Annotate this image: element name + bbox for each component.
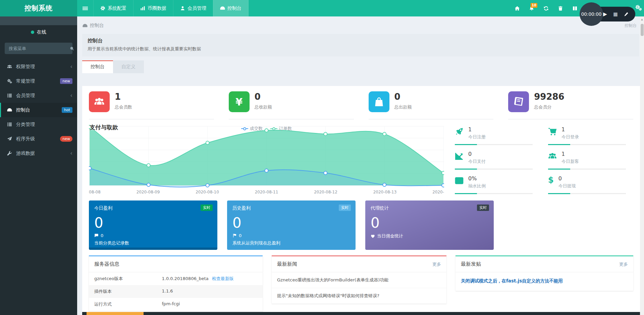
mini-stat-label: 今日登录 — [561, 134, 579, 140]
sidebar-item-upgrade[interactable]: 程序升级 new — [0, 132, 77, 146]
mini-stat-label: 今日提现 — [558, 183, 576, 189]
payments-chart-svg — [89, 125, 444, 187]
stat-value: 1 — [115, 92, 132, 102]
mini-stat-login-today: 1今日登录 — [548, 125, 633, 145]
post-link[interactable]: 关闭调试模式之后，在fast.js自定义的方法不能用 — [455, 272, 633, 291]
highlight-panels-row: 今日盈利 实时 0 0 当前分类总记录数 历史盈利 实时 0 0 系统从运营到现… — [82, 196, 640, 250]
mini-stat-pay-today: 0今日支付 — [455, 149, 540, 170]
x-axis-tick-label: 2020-08-12 — [314, 190, 337, 194]
server-info-panel: 服务器信息 gznetceo版本 1.0.0.20180806_beta检查最新… — [89, 256, 263, 315]
stat-label: 总会员数 — [115, 104, 132, 110]
stat-value: 0 — [255, 92, 272, 102]
panel-sub-label: 系统从运营到现在总盈利 — [232, 240, 350, 246]
breadcrumb-row: 控制台 控制台 — [77, 16, 644, 34]
panel-today-profit: 今日盈利 实时 0 0 当前分类总记录数 — [89, 200, 217, 250]
panel-title: 代理统计 — [371, 205, 488, 211]
bottom-panels-row: 服务器信息 gznetceo版本 1.0.0.20180806_beta检查最新… — [82, 250, 640, 315]
x-axis-tick-label: 2020-08-09 — [137, 190, 160, 194]
panel-title: 今日盈利 — [94, 205, 212, 211]
mini-stat-value: 0 — [468, 151, 486, 157]
sidebar-item-dashboard[interactable]: 控制台 hot — [0, 103, 77, 117]
nav-item-member-mgmt[interactable]: 会员管理 — [173, 0, 213, 16]
play-icon[interactable]: ▶ — [603, 11, 607, 17]
nav-item-system-config[interactable]: 系统配置 — [93, 0, 133, 16]
book-icon[interactable] — [572, 6, 578, 11]
nav-item-label: 会员管理 — [187, 5, 206, 11]
page-header: 控制台 用于展示当前系统中的统计数据、统计报表及重要实时数据 — [82, 34, 639, 56]
home-icon[interactable] — [515, 6, 520, 11]
vertical-scrollbar[interactable]: ▲ — [640, 16, 644, 315]
table-row: 运行方式fpm-fcgi — [89, 298, 263, 311]
sidebar-item-permissions[interactable]: 权限管理 ‹ — [0, 59, 77, 74]
sidebar-item-categories[interactable]: 分类管理 — [0, 117, 77, 132]
app-title: 控制系统 — [0, 0, 77, 16]
breadcrumb-label: 控制台 — [90, 22, 104, 29]
new-badge: new — [60, 78, 72, 84]
search-icon[interactable] — [70, 46, 78, 51]
online-status: 在线 — [0, 25, 77, 39]
table-icon — [455, 176, 464, 185]
page-subtitle: 用于展示当前系统中的统计数据、统计报表及重要实时数据 — [88, 46, 634, 52]
legend-item[interactable]: 成交数 — [241, 126, 263, 132]
latest-news-panel: 最新新闻 更多 Gznetceo重磅推出强大的FormBuilder(表单生成器… — [272, 256, 446, 304]
panel-sub-value: 0 — [101, 233, 103, 238]
timer-widget: ▶ ■ 00:00:00 — [580, 2, 635, 26]
mini-stat-new-customers: 1今日新客 — [548, 149, 633, 170]
panel-value: 0 — [94, 216, 212, 230]
panel-sub-value: 0 — [239, 233, 241, 238]
pencil-icon[interactable] — [624, 12, 629, 16]
nav-item-label: 币圈数据 — [148, 5, 166, 11]
check-latest-link[interactable]: 检查最新版 — [212, 276, 234, 281]
more-link[interactable]: 更多 — [619, 261, 628, 267]
trash-icon[interactable] — [558, 6, 563, 11]
bottom-orange-segment — [87, 312, 144, 315]
online-dot-icon — [31, 31, 34, 34]
stop-icon[interactable]: ■ — [613, 11, 618, 17]
dollar-icon: $ — [548, 176, 554, 184]
sidebar-item-game-data[interactable]: 游戏数据 ‹ — [0, 146, 77, 161]
nav-item-dashboard[interactable]: 控制台 — [213, 0, 249, 16]
user-icon — [180, 6, 185, 11]
more-link[interactable]: 更多 — [432, 261, 441, 267]
scroll-up-arrow-icon[interactable]: ▲ — [640, 16, 644, 21]
breadcrumb[interactable]: 控制台 — [83, 22, 104, 29]
chevron-left-icon: ‹ — [70, 64, 72, 70]
news-item[interactable]: Gznetceo重磅推出强大的FormBuilder(表单生成器)功能 — [272, 272, 446, 288]
sidebar: 在线 权限管理 ‹ 常规管理 new 会员管理 ‹ 控制台 hot 分类管理 程… — [0, 16, 77, 315]
sidebar-toggle-button[interactable] — [77, 0, 93, 16]
mini-stat-value: 0 — [558, 175, 576, 182]
mini-stat-value: 0% — [468, 175, 486, 182]
settings-gears-icon[interactable] — [635, 4, 642, 11]
stat-value: 0 — [394, 92, 412, 102]
tab-custom[interactable]: 自定义 — [113, 60, 144, 73]
cart-icon — [548, 127, 557, 136]
panel-sub-label: 当前分类总记录数 — [94, 240, 212, 246]
chart-legend: 成交数订单数 — [241, 126, 292, 132]
legend-item[interactable]: 订单数 — [270, 126, 292, 132]
panel-title: 最新发贴 — [461, 261, 481, 267]
mini-stat-label: 今日支付 — [468, 159, 486, 165]
timer-display[interactable]: 00:00:00 — [580, 2, 603, 26]
navbar-icon-group: 10 — [515, 0, 578, 16]
nav-item-coin-data[interactable]: 币圈数据 — [133, 0, 173, 16]
chart-title: 支付与取款 — [90, 124, 118, 131]
bell-icon[interactable]: 10 — [529, 6, 534, 11]
x-axis-tick-label: 2020-08-13 — [373, 190, 397, 194]
scrollbar-thumb[interactable] — [641, 24, 644, 36]
stat-label: 总收款额 — [255, 104, 272, 110]
refresh-icon[interactable] — [543, 6, 549, 11]
search-input[interactable] — [5, 46, 70, 51]
mini-stat-withdraw-today: $ 0今日提现 — [548, 174, 633, 194]
list-icon — [7, 93, 12, 98]
news-item[interactable]: 提示"未知的数据格式或网络错误"时该如何排查错误? — [272, 288, 446, 304]
mini-stat-value: 1 — [561, 126, 579, 133]
sidebar-item-members[interactable]: 会员管理 ‹ — [0, 88, 77, 103]
payments-chart[interactable]: 支付与取款 成交数订单数 08-082020-08-092020-08-1020… — [89, 125, 444, 196]
panel-value: 0 — [232, 216, 350, 230]
stat-card-total-paid: 0 总出款额 — [369, 91, 494, 120]
page-title: 控制台 — [88, 38, 634, 44]
sidebar-item-general[interactable]: 常规管理 new — [0, 74, 77, 88]
users-icon — [7, 64, 12, 69]
tab-dashboard[interactable]: 控制台 — [82, 60, 113, 73]
chart-line-icon — [455, 152, 464, 161]
